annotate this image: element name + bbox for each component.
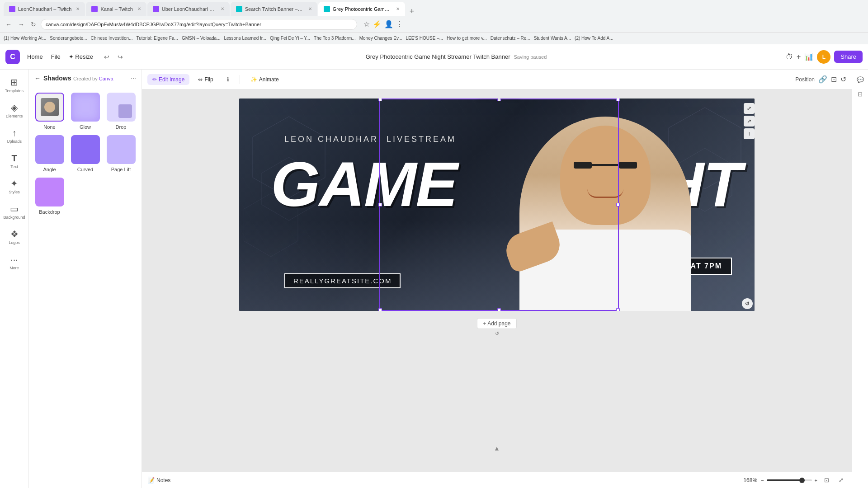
tab-close-icon[interactable]: ✕ xyxy=(76,6,80,11)
tab-close-icon[interactable]: ✕ xyxy=(137,6,141,11)
new-tab-button[interactable]: + xyxy=(406,7,418,16)
bookmark-item[interactable]: (1) How Working At... xyxy=(4,36,46,41)
bookmark-item[interactable]: Money Changes Ev... xyxy=(359,36,402,41)
tab-close-icon[interactable]: ✕ xyxy=(221,6,224,11)
face-area xyxy=(560,126,651,225)
layers-button[interactable]: ⊡ xyxy=(854,88,867,100)
shadow-backdrop[interactable]: Backdrop xyxy=(34,178,65,215)
tab-kanal-twitch[interactable]: Kanal – Twitch ✕ xyxy=(86,2,146,16)
panel-header: ← Shadows Created by Canva ··· xyxy=(29,70,142,87)
sidebar-item-logos[interactable]: ❖ Logos xyxy=(3,225,26,249)
external-link-icon[interactable]: ↗ xyxy=(744,116,755,127)
bookmark-item[interactable]: Tutorial: Eigene Fa... xyxy=(136,36,178,41)
redo-button[interactable]: ↪ xyxy=(114,51,127,63)
shadow-page-lift-swatch xyxy=(107,135,136,164)
bookmark-item[interactable]: GMSN – Voloada... xyxy=(182,36,221,41)
banner-game-text: GAME xyxy=(271,153,457,216)
bookmark-item[interactable]: (2) How To Add A... xyxy=(575,36,613,41)
reload-button[interactable]: ↻ xyxy=(29,20,38,29)
expand-icon[interactable]: ⤢ xyxy=(744,103,755,114)
fullscreen-button[interactable]: ⤢ xyxy=(835,475,846,486)
bookmark-star-icon[interactable]: ☆ xyxy=(363,20,370,28)
shadow-page-lift[interactable]: Page Lift xyxy=(106,135,136,172)
position-label[interactable]: Position xyxy=(795,76,815,83)
canvas-area[interactable]: LEON CHAUDHARI LIVESTREAM GAME NIGHT STR… xyxy=(142,89,852,472)
notes-icon: 📝 xyxy=(147,477,155,483)
shadow-drop[interactable]: Drop xyxy=(106,93,136,130)
left-glasses xyxy=(574,162,592,169)
fit-page-button[interactable]: ⊡ xyxy=(821,475,832,486)
zoom-slider-thumb[interactable] xyxy=(799,478,805,483)
canva-link[interactable]: Canva xyxy=(99,76,113,81)
menu-file[interactable]: File xyxy=(47,52,64,62)
bookmark-item[interactable]: Qing Fei De Yi – Y... xyxy=(270,36,310,41)
uploads-icon: ↑ xyxy=(12,128,17,138)
sidebar-item-elements[interactable]: ◈ Elements xyxy=(3,99,26,122)
tab-search-canva[interactable]: Search Twitch Banner – Canva ✕ xyxy=(231,2,317,16)
bookmark-item[interactable]: Datenschutz – Re... xyxy=(491,36,530,41)
tab-close-icon[interactable]: ✕ xyxy=(396,6,400,11)
address-input[interactable]: canva.com/design/DAFOpFvMus/a4W4dDBCPJGP… xyxy=(41,19,357,30)
menu-home[interactable]: Home xyxy=(24,52,47,62)
link-icon[interactable]: 🔗 xyxy=(818,75,827,84)
tab-uber-twitch[interactable]: Über LeonChaudhari – Twitch ✕ xyxy=(147,2,230,16)
menu-resize[interactable]: ✦ Resize xyxy=(65,52,97,62)
sidebar-item-templates[interactable]: ⊞ Templates xyxy=(3,73,26,97)
flip-icon: ⇔ xyxy=(198,76,203,83)
chart-icon[interactable]: 📊 xyxy=(804,52,813,61)
shadow-angle[interactable]: Angle xyxy=(34,135,65,172)
zoom-slider[interactable] xyxy=(767,479,812,481)
back-button[interactable]: ← xyxy=(4,20,14,29)
flip-button[interactable]: ⇔ Flip xyxy=(193,74,218,85)
sidebar-item-text[interactable]: T Text xyxy=(3,149,26,173)
shadow-glow[interactable]: Glow xyxy=(70,93,100,130)
bookmark-item[interactable]: LEE'S HOUSE –... xyxy=(406,36,443,41)
canva-logo[interactable]: C xyxy=(5,50,20,64)
bookmark-item[interactable]: Chinese Investition... xyxy=(91,36,133,41)
tab-grey-photocentric[interactable]: Grey Photocentric Game Nigh... ✕ xyxy=(318,2,405,16)
animate-button[interactable]: ✨ Animate xyxy=(245,74,284,85)
right-edge-bar: 💬 ⊡ xyxy=(852,70,868,488)
arrange-icon[interactable]: ⊡ xyxy=(831,75,837,84)
info-button[interactable]: ℹ xyxy=(222,74,234,85)
refresh-icon[interactable]: ↺ xyxy=(840,75,846,84)
canva-topbar: C Home File ✦ Resize ↩ ↪ Grey Photocentr… xyxy=(0,44,868,70)
timer-icon[interactable]: ⏱ xyxy=(786,53,793,61)
sidebar-item-styles[interactable]: ✦ Styles xyxy=(3,174,26,198)
bookmark-item[interactable]: Sonderangebote... xyxy=(50,36,87,41)
sidebar-item-uploads[interactable]: ↑ Uploads xyxy=(3,124,26,147)
zoom-minus-icon[interactable]: − xyxy=(761,478,764,483)
bookmark-item[interactable]: How to get more v... xyxy=(447,36,487,41)
sidebar-label-more: More xyxy=(9,266,19,270)
undo-button[interactable]: ↩ xyxy=(100,51,113,63)
extensions-icon[interactable]: ⚡ xyxy=(373,20,382,28)
scroll-up-arrow[interactable]: ▲ xyxy=(494,445,500,452)
forward-button[interactable]: → xyxy=(16,20,26,29)
settings-icon[interactable]: ⋮ xyxy=(396,20,403,28)
bookmark-item[interactable]: Lessons Learned fr... xyxy=(224,36,266,41)
bookmark-item[interactable]: Student Wants A... xyxy=(534,36,571,41)
sidebar-item-background[interactable]: ▭ Background xyxy=(3,200,26,223)
canvas-refresh-icon[interactable]: ↺ xyxy=(742,298,753,309)
bookmark-item[interactable]: The Top 3 Platform... xyxy=(314,36,356,41)
plus-icon[interactable]: + xyxy=(797,53,801,61)
zoom-plus-icon[interactable]: + xyxy=(815,478,817,483)
panel-more-button[interactable]: ··· xyxy=(131,75,136,82)
share-button[interactable]: Share xyxy=(834,51,863,63)
notes-button[interactable]: 📝 Notes xyxy=(147,477,170,483)
edit-image-button[interactable]: ✏ Edit Image xyxy=(147,74,189,85)
share-canvas-icon[interactable]: ↑ xyxy=(744,128,755,139)
left-icon-bar: ⊞ Templates ◈ Elements ↑ Uploads T Text … xyxy=(0,70,29,488)
profile-icon[interactable]: 👤 xyxy=(384,20,393,28)
canvas-right-controls: ⤢ ↗ ↑ xyxy=(744,103,755,139)
tab-leonchuadhari-twitch[interactable]: LeonChaudhari – Twitch ✕ xyxy=(4,2,85,16)
comments-button[interactable]: 💬 xyxy=(854,73,867,86)
shadow-none[interactable]: None xyxy=(34,93,65,130)
shadow-curved[interactable]: Curved xyxy=(70,135,100,172)
panel-back-button[interactable]: ← xyxy=(34,75,41,82)
add-page-button[interactable]: + Add page xyxy=(477,318,516,329)
tab-close-icon[interactable]: ✕ xyxy=(308,6,312,11)
user-avatar[interactable]: L xyxy=(817,50,830,64)
sidebar-item-more[interactable]: ··· More xyxy=(3,250,26,274)
add-page-area: + Add page ↺ xyxy=(477,318,516,337)
